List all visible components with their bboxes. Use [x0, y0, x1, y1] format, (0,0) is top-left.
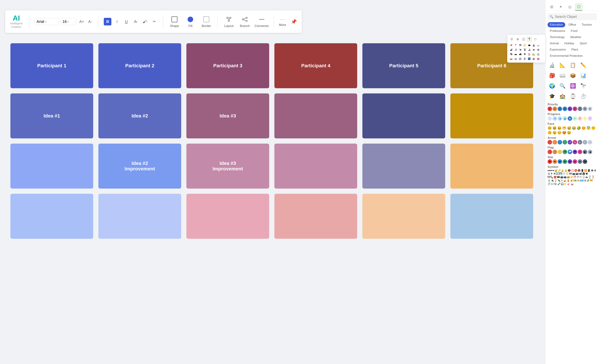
cat-professions[interactable]: Professions: [547, 28, 567, 34]
sub-icon-8[interactable]: 🏕: [509, 48, 513, 52]
sub-icon-11[interactable]: 🏝: [523, 48, 527, 52]
sym-51[interactable]: 🔋: [547, 179, 550, 182]
sym-24[interactable]: 📀: [566, 172, 569, 175]
cat-weather[interactable]: Weather: [568, 34, 584, 40]
sub-icon-3[interactable]: 🗺: [518, 43, 522, 47]
priority-9[interactable]: 9: [588, 107, 592, 111]
sym-34[interactable]: 📟: [557, 176, 560, 178]
search-input[interactable]: [555, 15, 599, 19]
flag-orange[interactable]: 🏁: [553, 150, 557, 154]
improvement-5-card[interactable]: [362, 144, 445, 189]
face-blush[interactable]: 😊: [581, 126, 586, 130]
clipart-microscope[interactable]: 🔬: [547, 60, 556, 69]
light-1-card[interactable]: [10, 194, 93, 239]
sub-icon-25[interactable]: 🏦: [523, 57, 527, 61]
sym-61[interactable]: 💶: [580, 179, 583, 182]
clipart-chalkboard[interactable]: 📋: [568, 60, 577, 69]
sym-22[interactable]: 💾: [559, 172, 562, 175]
sub-icon-9[interactable]: 🏖: [514, 48, 518, 52]
cat-office[interactable]: Office: [566, 22, 578, 27]
sub-icon-19[interactable]: 🏠: [527, 52, 531, 56]
star-red[interactable]: ★: [547, 159, 552, 164]
sym-3[interactable]: ♥: [551, 169, 553, 172]
sub-icon-5[interactable]: 🏔: [527, 43, 531, 47]
sym-62[interactable]: 💷: [583, 179, 586, 182]
clipart-school[interactable]: 🏫: [558, 92, 567, 101]
sub-tab-pin[interactable]: 📍: [527, 36, 532, 42]
sym-7[interactable]: 🔒: [561, 169, 564, 172]
sym-54[interactable]: 🔦: [557, 179, 560, 182]
sym-77[interactable]: 🎸: [567, 183, 570, 185]
sym-21[interactable]: 💽: [556, 172, 559, 175]
sub-icon-16[interactable]: 🏘: [514, 52, 518, 56]
sub-icon-7[interactable]: 🗻: [536, 43, 540, 47]
star-purple[interactable]: ★: [568, 159, 572, 164]
sym-5[interactable]: 🔐: [555, 169, 557, 172]
priority-6[interactable]: 6: [573, 107, 577, 111]
light-5-card[interactable]: [362, 194, 445, 239]
priority-1[interactable]: 1: [547, 107, 552, 111]
sym-43[interactable]: 🕰: [585, 176, 588, 178]
participant-4-card[interactable]: Participant 4: [274, 43, 357, 88]
sym-56[interactable]: 🪔: [564, 179, 566, 182]
sub-icon-12[interactable]: 🏞: [527, 48, 531, 52]
progress-0[interactable]: ○: [547, 116, 552, 121]
sym-18[interactable]: 🖨: [547, 172, 550, 175]
sub-icon-22[interactable]: 🏣: [509, 57, 513, 61]
sym-6[interactable]: 🔑: [558, 169, 561, 172]
panel-tab-clipart[interactable]: ⬡: [575, 3, 582, 11]
sub-tab-grid2[interactable]: ⊞: [515, 36, 520, 42]
improvement-1-card[interactable]: [10, 144, 93, 189]
sym-8[interactable]: 🔓: [564, 169, 567, 172]
sym-31[interactable]: 🎞: [547, 176, 550, 178]
sub-icon-23[interactable]: 🏤: [514, 57, 518, 61]
sym-10[interactable]: 🚫: [571, 169, 574, 172]
face-sweat[interactable]: 😅: [567, 126, 571, 130]
highlight-button[interactable]: 🖌 ▾: [141, 18, 149, 25]
sym-16[interactable]: 💻: [591, 169, 594, 172]
clipart-backpack[interactable]: 🎒: [547, 71, 556, 80]
sym-41[interactable]: ⏲: [579, 176, 582, 178]
bold-button[interactable]: B: [104, 18, 111, 25]
improvement-2-card[interactable]: Idea #2Improvement: [98, 144, 181, 189]
progress-3[interactable]: ◕: [563, 116, 567, 121]
idea-5-card[interactable]: [362, 93, 445, 138]
face-halo[interactable]: 😇: [586, 126, 591, 130]
sym-23[interactable]: 💿: [563, 172, 565, 175]
sub-icon-20[interactable]: 🏡: [532, 52, 536, 56]
sym-15[interactable]: 📱: [587, 169, 590, 172]
layout-tool[interactable]: Layout: [223, 16, 235, 28]
flag-pink[interactable]: ⚐: [578, 150, 582, 154]
arrow-ne[interactable]: ↗: [568, 140, 572, 144]
sym-64[interactable]: 💳: [590, 179, 593, 182]
clipart-watch[interactable]: ⌚: [568, 92, 577, 101]
sub-tab-hex[interactable]: ⬡: [533, 36, 538, 42]
border-tool[interactable]: Border: [200, 16, 212, 28]
star-grey[interactable]: ★: [578, 159, 582, 164]
sym-45[interactable]: ⏳: [591, 176, 594, 178]
progress-1[interactable]: ◔: [553, 116, 557, 121]
cat-education[interactable]: Education: [547, 22, 565, 27]
sym-25[interactable]: 📼: [569, 172, 572, 175]
clipart-atom[interactable]: ⚛️: [568, 81, 577, 90]
sym-72[interactable]: 🎶: [551, 183, 554, 185]
cat-tourism[interactable]: Tourism: [579, 22, 594, 27]
face-grin[interactable]: 😃: [552, 126, 557, 130]
sym-74[interactable]: 🎤: [557, 183, 560, 185]
sub-icon-27[interactable]: 🏨: [532, 57, 536, 61]
pin-button[interactable]: 📌: [291, 19, 297, 25]
idea-1-card[interactable]: Idea #1: [10, 93, 93, 138]
star-green[interactable]: ★: [563, 159, 567, 164]
sym-76[interactable]: 🎷: [564, 183, 567, 185]
sym-26[interactable]: 📷: [572, 172, 575, 175]
sym-13[interactable]: 📳: [581, 169, 584, 172]
sym-58[interactable]: 💰: [570, 179, 573, 182]
sub-icon-17[interactable]: 🏙: [518, 52, 522, 56]
sym-63[interactable]: 💸: [587, 179, 590, 182]
sub-icon-28[interactable]: 🏩: [536, 57, 540, 61]
face-heart-eyes[interactable]: 😍: [562, 131, 566, 135]
sym-32[interactable]: 📞: [550, 176, 553, 178]
sym-52[interactable]: 🔌: [551, 179, 554, 182]
cat-holiday[interactable]: Holiday: [562, 41, 576, 46]
sub-icon-1[interactable]: 📌: [509, 43, 513, 47]
